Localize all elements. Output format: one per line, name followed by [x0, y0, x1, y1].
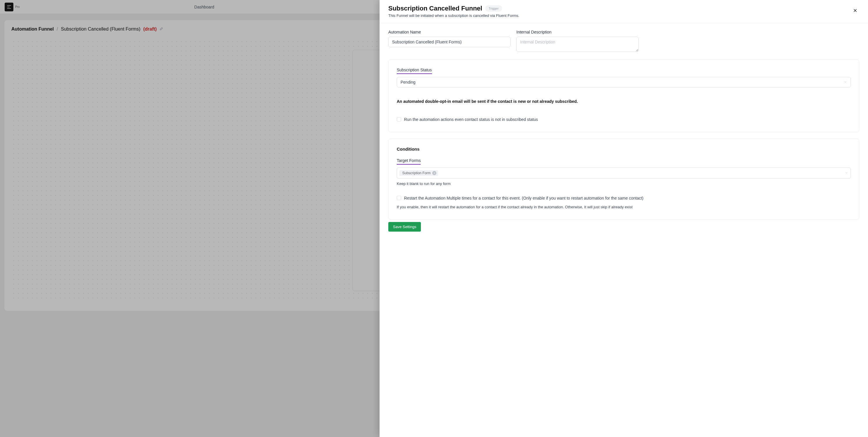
- drawer-title: Subscription Cancelled Funnel: [388, 5, 482, 12]
- chevron-down-icon: [845, 170, 848, 176]
- internal-description-label: Internal Description: [516, 30, 639, 34]
- conditions-panel: Conditions Target Forms Subscription For…: [388, 139, 859, 220]
- settings-drawer: Subscription Cancelled Funnel Trigger Th…: [379, 0, 868, 437]
- target-forms-tag-label: Subscription Form: [402, 171, 431, 175]
- close-icon: [852, 8, 858, 13]
- drawer-header: Subscription Cancelled Funnel Trigger Th…: [379, 0, 868, 23]
- drawer-subtitle: This Funnel will be initiated when a sub…: [388, 13, 859, 18]
- target-forms-label: Target Forms: [397, 158, 421, 165]
- drawer-body: Automation Name Internal Description Sub…: [379, 23, 868, 437]
- subscription-status-panel: Subscription Status Pending An automated…: [388, 59, 859, 132]
- close-button[interactable]: [850, 5, 861, 16]
- save-settings-button[interactable]: Save Settings: [388, 222, 421, 232]
- automation-name-label: Automation Name: [388, 30, 510, 34]
- automation-name-field: Automation Name: [388, 30, 510, 53]
- conditions-title: Conditions: [397, 147, 851, 151]
- automation-name-input[interactable]: [388, 37, 510, 47]
- target-forms-select[interactable]: Subscription Form ×: [397, 168, 851, 179]
- internal-description-input[interactable]: [516, 37, 639, 52]
- run-actions-checkbox[interactable]: [397, 117, 401, 121]
- internal-description-field: Internal Description: [516, 30, 639, 53]
- subscription-status-label: Subscription Status: [397, 67, 432, 74]
- target-forms-help: Keep it blank to run for any form: [397, 181, 851, 186]
- subscription-status-select[interactable]: Pending: [397, 77, 851, 87]
- drawer-footer: Save Settings: [388, 220, 859, 239]
- subscription-status-value: Pending: [401, 80, 415, 85]
- restart-automation-checkbox[interactable]: [397, 196, 401, 200]
- opt-in-notice: An automated double-opt-in email will be…: [397, 99, 851, 104]
- restart-automation-label: Restart the Automation Multiple times fo…: [404, 195, 644, 201]
- run-actions-label: Run the automation actions even contact …: [404, 117, 538, 123]
- target-forms-tag: Subscription Form ×: [399, 170, 438, 176]
- restart-automation-help: If you enable, then it will restart the …: [397, 204, 851, 210]
- chevron-down-icon: [843, 80, 847, 85]
- trigger-badge: Trigger: [485, 5, 502, 12]
- tag-remove-icon[interactable]: ×: [432, 171, 436, 175]
